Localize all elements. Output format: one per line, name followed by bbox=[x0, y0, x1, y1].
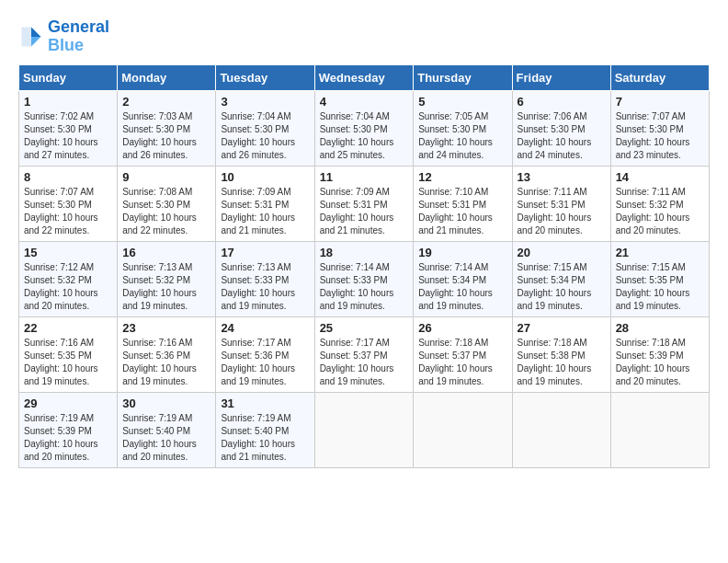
daylight-label: Daylight: 10 hours and 19 minutes. bbox=[320, 288, 394, 311]
sunrise-label: Sunrise: 7:11 AM bbox=[616, 187, 686, 197]
sunrise-label: Sunrise: 7:13 AM bbox=[221, 262, 290, 272]
daylight-label: Daylight: 10 hours and 19 minutes. bbox=[221, 363, 295, 386]
sunset-label: Sunset: 5:36 PM bbox=[221, 350, 289, 361]
calendar-table: SundayMondayTuesdayWednesdayThursdayFrid… bbox=[18, 64, 710, 468]
day-info: Sunrise: 7:18 AM Sunset: 5:38 PM Dayligh… bbox=[518, 337, 606, 388]
calendar-cell: 14 Sunrise: 7:11 AM Sunset: 5:32 PM Dayl… bbox=[610, 166, 709, 241]
day-info: Sunrise: 7:06 AM Sunset: 5:30 PM Dayligh… bbox=[518, 110, 606, 162]
sunset-label: Sunset: 5:38 PM bbox=[518, 350, 586, 361]
calendar-week-4: 22 Sunrise: 7:16 AM Sunset: 5:35 PM Dayl… bbox=[19, 316, 710, 392]
day-info: Sunrise: 7:04 AM Sunset: 5:30 PM Dayligh… bbox=[221, 110, 309, 162]
day-info: Sunrise: 7:12 AM Sunset: 5:32 PM Dayligh… bbox=[24, 261, 112, 313]
calendar-cell: 17 Sunrise: 7:13 AM Sunset: 5:33 PM Dayl… bbox=[216, 241, 314, 316]
day-number: 14 bbox=[616, 170, 704, 184]
calendar-cell: 24 Sunrise: 7:17 AM Sunset: 5:36 PM Dayl… bbox=[216, 316, 314, 392]
calendar-header-monday: Monday bbox=[118, 64, 216, 90]
calendar-cell: 21 Sunrise: 7:15 AM Sunset: 5:35 PM Dayl… bbox=[610, 241, 709, 316]
day-number: 11 bbox=[320, 170, 409, 184]
calendar-cell: 28 Sunrise: 7:18 AM Sunset: 5:39 PM Dayl… bbox=[610, 316, 709, 392]
sunset-label: Sunset: 5:35 PM bbox=[24, 350, 92, 361]
calendar-cell: 29 Sunrise: 7:19 AM Sunset: 5:39 PM Dayl… bbox=[19, 392, 118, 467]
sunset-label: Sunset: 5:34 PM bbox=[418, 275, 486, 285]
calendar-cell: 3 Sunrise: 7:04 AM Sunset: 5:30 PM Dayli… bbox=[216, 90, 314, 166]
day-number: 24 bbox=[221, 321, 309, 335]
sunrise-label: Sunrise: 7:09 AM bbox=[221, 187, 290, 197]
day-number: 1 bbox=[24, 95, 112, 109]
sunrise-label: Sunrise: 7:08 AM bbox=[122, 187, 192, 197]
day-number: 19 bbox=[418, 246, 506, 259]
daylight-label: Daylight: 10 hours and 20 minutes. bbox=[24, 288, 98, 311]
sunset-label: Sunset: 5:30 PM bbox=[122, 124, 190, 134]
daylight-label: Daylight: 10 hours and 22 minutes. bbox=[122, 213, 197, 236]
day-number: 20 bbox=[518, 246, 606, 259]
daylight-label: Daylight: 10 hours and 26 minutes. bbox=[221, 137, 295, 160]
calendar-cell: 4 Sunrise: 7:04 AM Sunset: 5:30 PM Dayli… bbox=[314, 90, 414, 166]
day-info: Sunrise: 7:08 AM Sunset: 5:30 PM Dayligh… bbox=[122, 186, 210, 237]
day-number: 25 bbox=[320, 321, 409, 335]
sunrise-label: Sunrise: 7:06 AM bbox=[518, 111, 587, 121]
calendar-cell bbox=[314, 392, 414, 467]
calendar-cell bbox=[512, 392, 610, 467]
sunset-label: Sunset: 5:34 PM bbox=[518, 275, 586, 285]
daylight-label: Daylight: 10 hours and 24 minutes. bbox=[418, 137, 493, 160]
day-number: 15 bbox=[24, 246, 112, 259]
logo-text: General Blue bbox=[48, 18, 109, 55]
calendar-cell: 11 Sunrise: 7:09 AM Sunset: 5:31 PM Dayl… bbox=[314, 166, 414, 241]
calendar-cell bbox=[414, 392, 512, 467]
sunset-label: Sunset: 5:40 PM bbox=[122, 426, 190, 436]
sunset-label: Sunset: 5:40 PM bbox=[221, 426, 289, 436]
day-number: 21 bbox=[616, 246, 704, 259]
day-number: 27 bbox=[518, 321, 606, 335]
day-info: Sunrise: 7:04 AM Sunset: 5:30 PM Dayligh… bbox=[320, 110, 409, 162]
calendar-cell bbox=[610, 392, 709, 467]
day-number: 3 bbox=[221, 95, 309, 109]
sunrise-label: Sunrise: 7:16 AM bbox=[24, 338, 94, 348]
day-info: Sunrise: 7:19 AM Sunset: 5:40 PM Dayligh… bbox=[221, 412, 309, 464]
day-number: 17 bbox=[221, 246, 309, 259]
daylight-label: Daylight: 10 hours and 20 minutes. bbox=[122, 439, 197, 462]
svg-marker-3 bbox=[22, 27, 32, 46]
day-info: Sunrise: 7:09 AM Sunset: 5:31 PM Dayligh… bbox=[320, 186, 409, 237]
daylight-label: Daylight: 10 hours and 26 minutes. bbox=[122, 137, 197, 160]
day-number: 7 bbox=[616, 95, 704, 109]
day-info: Sunrise: 7:16 AM Sunset: 5:35 PM Dayligh… bbox=[24, 337, 112, 388]
calendar-cell: 1 Sunrise: 7:02 AM Sunset: 5:30 PM Dayli… bbox=[19, 90, 118, 166]
calendar-cell: 26 Sunrise: 7:18 AM Sunset: 5:37 PM Dayl… bbox=[414, 316, 512, 392]
calendar-cell: 23 Sunrise: 7:16 AM Sunset: 5:36 PM Dayl… bbox=[118, 316, 216, 392]
daylight-label: Daylight: 10 hours and 19 minutes. bbox=[418, 288, 493, 311]
day-number: 10 bbox=[221, 170, 309, 184]
day-info: Sunrise: 7:13 AM Sunset: 5:32 PM Dayligh… bbox=[122, 261, 210, 313]
sunset-label: Sunset: 5:30 PM bbox=[24, 200, 92, 210]
daylight-label: Daylight: 10 hours and 19 minutes. bbox=[221, 288, 295, 311]
sunset-label: Sunset: 5:31 PM bbox=[418, 200, 486, 210]
calendar-header-friday: Friday bbox=[512, 64, 610, 90]
daylight-label: Daylight: 10 hours and 19 minutes. bbox=[122, 288, 197, 311]
sunset-label: Sunset: 5:31 PM bbox=[320, 200, 388, 210]
day-info: Sunrise: 7:14 AM Sunset: 5:34 PM Dayligh… bbox=[418, 261, 506, 313]
day-number: 2 bbox=[122, 95, 210, 109]
day-number: 4 bbox=[320, 95, 409, 109]
calendar-cell: 18 Sunrise: 7:14 AM Sunset: 5:33 PM Dayl… bbox=[314, 241, 414, 316]
daylight-label: Daylight: 10 hours and 25 minutes. bbox=[320, 137, 394, 160]
sunset-label: Sunset: 5:30 PM bbox=[24, 124, 92, 134]
sunset-label: Sunset: 5:39 PM bbox=[616, 350, 684, 361]
sunrise-label: Sunrise: 7:16 AM bbox=[122, 338, 192, 348]
calendar-header-sunday: Sunday bbox=[19, 64, 118, 90]
logo: General Blue bbox=[18, 18, 109, 55]
day-info: Sunrise: 7:03 AM Sunset: 5:30 PM Dayligh… bbox=[122, 110, 210, 162]
sunrise-label: Sunrise: 7:04 AM bbox=[320, 111, 390, 121]
day-info: Sunrise: 7:05 AM Sunset: 5:30 PM Dayligh… bbox=[418, 110, 506, 162]
day-number: 18 bbox=[320, 246, 409, 259]
calendar-cell: 16 Sunrise: 7:13 AM Sunset: 5:32 PM Dayl… bbox=[118, 241, 216, 316]
calendar-cell: 30 Sunrise: 7:19 AM Sunset: 5:40 PM Dayl… bbox=[118, 392, 216, 467]
sunset-label: Sunset: 5:30 PM bbox=[122, 200, 190, 210]
calendar-cell: 5 Sunrise: 7:05 AM Sunset: 5:30 PM Dayli… bbox=[414, 90, 512, 166]
day-info: Sunrise: 7:07 AM Sunset: 5:30 PM Dayligh… bbox=[24, 186, 112, 237]
day-info: Sunrise: 7:11 AM Sunset: 5:32 PM Dayligh… bbox=[616, 186, 704, 237]
day-number: 31 bbox=[221, 396, 309, 410]
sunrise-label: Sunrise: 7:15 AM bbox=[518, 262, 587, 272]
sunset-label: Sunset: 5:32 PM bbox=[616, 200, 684, 210]
sunset-label: Sunset: 5:39 PM bbox=[24, 426, 92, 436]
sunrise-label: Sunrise: 7:19 AM bbox=[24, 413, 94, 423]
day-number: 28 bbox=[616, 321, 704, 335]
